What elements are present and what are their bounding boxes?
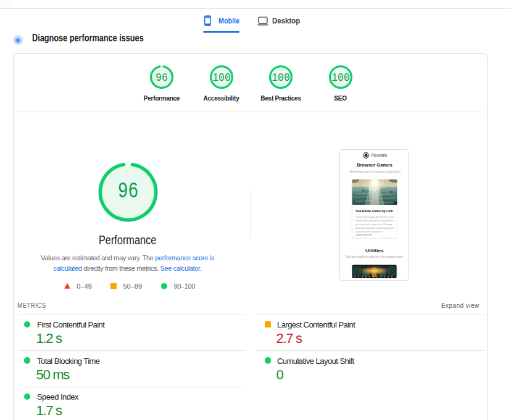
- svg-text:We develop a games for browser: We develop a games for browser to play o…: [350, 170, 401, 173]
- svg-text:Tools that simplify the daily: Tools that simplify the daily life of th…: [346, 255, 404, 258]
- svg-text:Utilities: Utilities: [365, 248, 384, 253]
- svg-text:Learn more ▾: Learn more ▾: [355, 233, 372, 236]
- svg-text:100: 100: [331, 71, 350, 83]
- svg-text:join sea battle against you! N: join sea battle against you! No app: [355, 223, 392, 226]
- svg-text:friend? Message him an invite: friend? Message him an invite link to: [355, 219, 394, 222]
- svg-text:in browser for any device!: in browser for any device!: [355, 230, 382, 233]
- svg-text:Revotale: Revotale: [371, 153, 387, 157]
- svg-text:96: 96: [118, 179, 139, 204]
- svg-text:96: 96: [156, 71, 168, 83]
- svg-text:Tired of messaging boring text: Tired of messaging boring text in your: [355, 215, 394, 218]
- svg-text:100: 100: [212, 71, 231, 83]
- svg-text:download required. Lightweight: download required. Lightweight game: [355, 226, 394, 229]
- svg-text:100: 100: [272, 71, 290, 83]
- svg-text:Browser Games: Browser Games: [357, 162, 393, 168]
- svg-text:Sea Battle Game by Link: Sea Battle Game by Link: [355, 209, 393, 213]
